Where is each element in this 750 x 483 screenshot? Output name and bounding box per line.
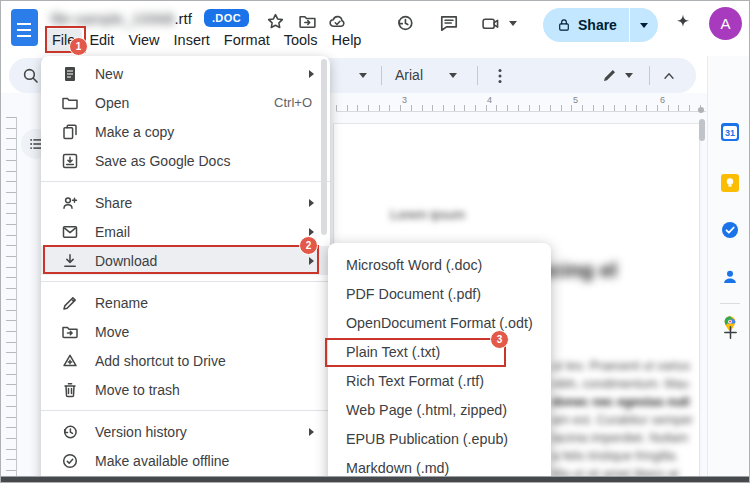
menu-tools[interactable]: Tools: [277, 29, 325, 51]
toolbar-separator: [381, 66, 382, 85]
comment-icon[interactable]: [439, 13, 459, 33]
menu-item-save-as-google-docs[interactable]: Save as Google Docs: [41, 146, 330, 175]
menu-item-new[interactable]: New: [41, 59, 330, 88]
tasks-icon[interactable]: [721, 221, 739, 239]
save-as-docs-icon: [61, 152, 79, 170]
vertical-ruler: [6, 117, 17, 477]
new-document-icon: [61, 65, 79, 83]
more-options-icon[interactable]: [491, 67, 509, 85]
share-button-main[interactable]: Share: [543, 8, 629, 42]
menu-divider: [41, 410, 330, 411]
menu-item-rename[interactable]: Rename: [41, 288, 330, 317]
zoom-dropdown-caret[interactable]: [359, 73, 367, 78]
ruler-number: 6: [660, 95, 665, 105]
ruler-number: 3: [402, 95, 407, 105]
side-panel: 31: [707, 56, 750, 483]
submenu-item-web-page[interactable]: Web Page (.html, zipped): [328, 395, 551, 424]
get-addons-plus-icon[interactable]: [722, 324, 739, 341]
person-add-icon: [61, 194, 79, 212]
trash-icon: [61, 381, 79, 399]
ruler-number: 4: [487, 95, 492, 105]
document-scrollbar[interactable]: [699, 119, 705, 141]
menu-item-move-to-trash[interactable]: Move to trash: [41, 375, 330, 404]
hide-menus-chevron-icon[interactable]: [661, 68, 677, 84]
menu-view[interactable]: View: [121, 29, 166, 51]
annotation-badge-2: 2: [299, 236, 318, 255]
submenu-arrow-icon: [309, 199, 314, 207]
rename-pencil-icon: [61, 294, 79, 312]
margin-marker[interactable]: [698, 107, 704, 113]
document-title[interactable]: file-sample_100kB .rtf .DOC: [51, 9, 249, 27]
meet-dropdown-caret[interactable]: [509, 21, 517, 26]
shortcut-label: Ctrl+O: [274, 95, 312, 110]
menu-item-make-available-offline[interactable]: Make available offline: [41, 446, 330, 475]
menu-item-version-history[interactable]: Version history: [41, 417, 330, 446]
search-icon[interactable]: [21, 66, 40, 85]
font-dropdown-caret[interactable]: [449, 73, 457, 78]
submenu-arrow-icon: [309, 70, 314, 78]
menu-item-move[interactable]: Move: [41, 317, 330, 346]
move-folder-icon: [61, 323, 79, 341]
menu-item-email[interactable]: Email: [41, 217, 330, 246]
menu-bar: File Edit View Insert Format Tools Help: [45, 29, 368, 51]
submenu-item-rich-text-format[interactable]: Rich Text Format (.rtf): [328, 366, 551, 395]
calendar-icon-label: 31: [723, 126, 737, 139]
offline-check-icon: [61, 452, 79, 470]
side-panel-divider: [720, 303, 740, 304]
menu-item-add-shortcut-to-drive[interactable]: Add shortcut to Drive: [41, 346, 330, 375]
editing-mode-caret[interactable]: [625, 73, 633, 78]
annotation-box-plain-text: [325, 338, 506, 367]
meet-video-icon[interactable]: [481, 14, 500, 33]
submenu-arrow-icon: [309, 228, 314, 236]
keep-icon[interactable]: [721, 174, 739, 192]
submenu-item-microsoft-word[interactable]: Microsoft Word (.doc): [328, 250, 551, 279]
annotation-box-download: [43, 245, 319, 274]
blurred-body-text: ut leo. Praesent ut varius nibh, condime…: [552, 357, 698, 483]
email-icon: [61, 223, 79, 241]
document-title-extension: .rtf: [174, 10, 192, 27]
version-history-icon: [61, 423, 79, 441]
toolbar-separator: [649, 66, 650, 85]
menu-help[interactable]: Help: [325, 29, 369, 51]
window-bottom-edge: [1, 477, 749, 482]
menu-item-make-a-copy[interactable]: Make a copy: [41, 117, 330, 146]
menu-insert[interactable]: Insert: [167, 29, 217, 51]
calendar-icon[interactable]: 31: [721, 123, 739, 141]
menu-item-share[interactable]: Share: [41, 188, 330, 217]
menu-item-open[interactable]: Open Ctrl+O: [41, 88, 330, 117]
version-history-icon[interactable]: [395, 13, 415, 33]
ruler-baseline: [336, 111, 706, 112]
menu-divider: [41, 181, 330, 182]
submenu-item-pdf-document[interactable]: PDF Document (.pdf): [328, 279, 551, 308]
editing-mode-pen-icon[interactable]: [601, 66, 619, 84]
menu-divider: [41, 281, 330, 282]
toolbar-separator: [477, 66, 478, 85]
folder-open-icon: [61, 94, 79, 112]
copy-icon: [61, 123, 79, 141]
annotation-badge-3: 3: [490, 330, 509, 349]
avatar[interactable]: A: [709, 7, 742, 40]
document-title-blurred: file-sample_100kB: [51, 10, 174, 27]
submenu-item-epub-publication[interactable]: EPUB Publication (.epub): [328, 424, 551, 453]
ruler-number: 5: [573, 95, 578, 105]
submenu-item-opendocument-format[interactable]: OpenDocument Format (.odt): [328, 308, 551, 337]
gemini-sparkle-icon[interactable]: [673, 13, 693, 33]
share-button[interactable]: Share: [543, 8, 658, 42]
annotation-badge-1: 1: [69, 37, 88, 56]
avatar-letter: A: [720, 15, 730, 32]
drive-shortcut-icon: [61, 352, 79, 370]
font-name-select[interactable]: Arial: [395, 67, 423, 83]
menu-edit[interactable]: Edit: [82, 29, 121, 51]
menu-format[interactable]: Format: [217, 29, 277, 51]
share-dropdown[interactable]: [629, 8, 658, 42]
google-docs-window: file-sample_100kB .rtf .DOC File Edit Vi…: [0, 0, 750, 483]
doc-format-badge: .DOC: [204, 9, 249, 27]
contacts-icon[interactable]: [721, 268, 739, 286]
blurred-paragraph-text: Lorem ipsum: [390, 207, 465, 222]
google-docs-logo[interactable]: [11, 9, 38, 46]
share-button-label: Share: [578, 17, 617, 33]
submenu-arrow-icon: [309, 428, 314, 436]
menu-scrollbar[interactable]: [321, 59, 327, 235]
